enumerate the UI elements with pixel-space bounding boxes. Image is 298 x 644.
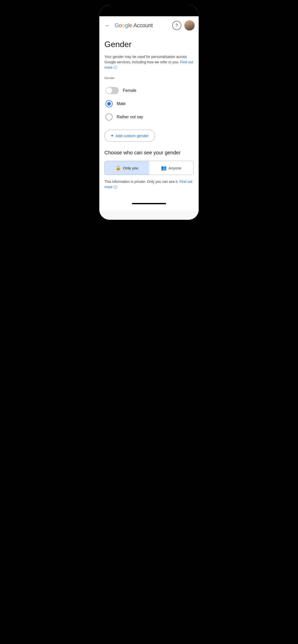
page-title: Gender	[104, 40, 194, 49]
add-custom-gender-button[interactable]: + Add custom gender	[104, 130, 155, 142]
phone-wrapper: ← Google Account ? Gender Your gender ma…	[99, 5, 199, 220]
radio-label-rather-not-say: Rather not say	[117, 115, 143, 119]
help-circle-icon: ⓘ	[114, 65, 117, 69]
radio-toggle-knob-female	[106, 87, 112, 94]
help-icon: ?	[175, 23, 178, 28]
radio-item-male[interactable]: Male	[104, 97, 194, 110]
status-bar	[99, 5, 199, 16]
radio-item-rather-not-say[interactable]: Rather not say	[104, 110, 194, 124]
logo-letter-g2: g	[125, 22, 128, 29]
privacy-note: This information is private. Only you ca…	[104, 179, 194, 190]
visibility-option-anyone[interactable]: 👥 Anyone	[149, 161, 193, 175]
radio-item-female[interactable]: Female	[104, 84, 194, 97]
visibility-toggle-group: 🔒 Only you 👥 Anyone	[104, 161, 194, 175]
avatar-image	[184, 20, 195, 31]
avatar[interactable]	[184, 20, 195, 31]
header-left: ← Google Account	[102, 20, 153, 31]
back-button[interactable]: ←	[102, 20, 113, 31]
logo-letter-e: e	[129, 22, 132, 29]
logo-letter-o1: o	[119, 22, 122, 29]
people-icon: 👥	[161, 165, 167, 171]
visibility-title: Choose who can see your gender	[104, 150, 194, 156]
account-text: Account	[133, 22, 153, 29]
main-sheet: ← Google Account ? Gender Your gender ma…	[99, 16, 199, 220]
add-custom-gender-label: Add custom gender	[116, 134, 149, 138]
bottom-bar	[99, 200, 199, 210]
radio-circle-male[interactable]	[105, 100, 113, 107]
header-right: ?	[172, 20, 195, 31]
gender-radio-group: Female Male Rather not say	[104, 84, 194, 124]
section-label: Gender	[104, 76, 194, 80]
radio-label-female: Female	[123, 88, 136, 93]
description-text: Your gender may be used for personalisat…	[104, 54, 194, 70]
back-arrow-icon: ←	[105, 23, 110, 28]
plus-icon: +	[111, 133, 114, 138]
home-indicator	[132, 203, 166, 204]
radio-label-male: Male	[117, 101, 126, 106]
visibility-label-only-you: Only you	[123, 166, 138, 170]
logo-letter-o2: o	[122, 22, 125, 29]
radio-toggle-female[interactable]	[105, 87, 119, 94]
help-circle-icon-2: ⓘ	[114, 185, 117, 189]
visibility-option-only-you[interactable]: 🔒 Only you	[105, 161, 149, 175]
help-button[interactable]: ?	[172, 21, 181, 30]
radio-circle-rather-not-say[interactable]	[105, 113, 113, 121]
google-logo: Google Account	[115, 22, 153, 29]
header: ← Google Account ?	[99, 16, 199, 35]
lock-icon: 🔒	[115, 165, 121, 171]
visibility-label-anyone: Anyone	[169, 166, 182, 170]
logo-letter-g: G	[115, 22, 119, 29]
page-content: Gender Your gender may be used for perso…	[99, 35, 199, 200]
